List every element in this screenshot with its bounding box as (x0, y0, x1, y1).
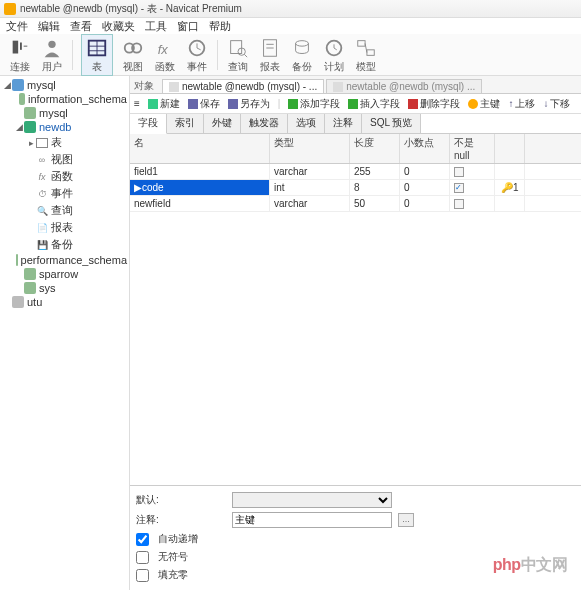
backup-icon (290, 36, 314, 60)
btn-saveas[interactable]: 另存为 (228, 97, 270, 111)
tb-event[interactable]: 事件 (185, 36, 209, 74)
tb-view[interactable]: 视图 (121, 36, 145, 74)
plug-icon (8, 36, 32, 60)
tb-table[interactable]: 表 (81, 34, 113, 76)
subtab-options[interactable]: 选项 (288, 114, 325, 133)
subtab-trigger[interactable]: 触发器 (241, 114, 288, 133)
tb-connect[interactable]: 连接 (8, 36, 32, 74)
btn-insfield[interactable]: 插入字段 (348, 97, 400, 111)
menu-tools[interactable]: 工具 (145, 19, 167, 34)
tree-funcs[interactable]: fx函数 (0, 168, 129, 185)
svg-rect-1 (20, 42, 22, 49)
designer-subtabs: 字段 索引 外键 触发器 选项 注释 SQL 预览 (130, 114, 581, 134)
view-icon (121, 36, 145, 60)
menu-file[interactable]: 文件 (6, 19, 28, 34)
event-icon (185, 36, 209, 60)
fx-icon: fx (153, 36, 177, 60)
btn-up[interactable]: ↑上移 (508, 97, 535, 111)
btn-save[interactable]: 保存 (188, 97, 220, 111)
model-icon (354, 36, 378, 60)
btn-delfield[interactable]: 删除字段 (408, 97, 460, 111)
menu-fav[interactable]: 收藏夹 (102, 19, 135, 34)
svg-rect-19 (358, 40, 365, 46)
btn-new[interactable]: 新建 (148, 97, 180, 111)
unsigned-checkbox[interactable] (136, 551, 149, 564)
subtab-sql[interactable]: SQL 预览 (362, 114, 421, 133)
tab-icon (333, 82, 343, 92)
btn-down[interactable]: ↓下移 (543, 97, 570, 111)
connection-tree[interactable]: ◢mysql information_schema mysql ◢newdb ▸… (0, 76, 130, 590)
autoinc-checkbox[interactable] (136, 533, 149, 546)
tree-queries[interactable]: 🔍查询 (0, 202, 129, 219)
btn-pkey[interactable]: 主键 (468, 97, 500, 111)
comment-input[interactable] (232, 512, 392, 528)
default-select[interactable] (232, 492, 392, 508)
tree-reports[interactable]: 📄报表 (0, 219, 129, 236)
tb-backup[interactable]: 备份 (290, 36, 314, 74)
svg-rect-11 (231, 40, 242, 53)
report-icon (258, 36, 282, 60)
ellipsis-button[interactable]: … (398, 513, 414, 527)
notnull-checkbox[interactable] (454, 167, 464, 177)
query-icon (226, 36, 250, 60)
table-icon (85, 36, 109, 60)
menu-edit[interactable]: 编辑 (38, 19, 60, 34)
tb-query[interactable]: 查询 (226, 36, 250, 74)
tree-schema[interactable]: sys (0, 281, 129, 295)
tab-active[interactable]: newtable @newdb (mysql) - ... (162, 79, 324, 93)
menu-icon[interactable]: ≡ (134, 98, 140, 109)
tb-schedule[interactable]: 计划 (322, 36, 346, 74)
field-grid-body[interactable]: field1 varchar 255 0 ▶code int 8 0 🔑1 ne… (130, 164, 581, 485)
tb-user[interactable]: 用户 (40, 36, 64, 74)
tab-inactive[interactable]: newtable @newdb (mysql) ... (326, 79, 482, 93)
table-row[interactable]: newfield varchar 50 0 (130, 196, 581, 212)
menu-help[interactable]: 帮助 (209, 19, 231, 34)
app-icon (4, 3, 16, 15)
tab-icon (169, 82, 179, 92)
tb-report[interactable]: 报表 (258, 36, 282, 74)
svg-rect-0 (13, 40, 19, 53)
menu-view[interactable]: 查看 (70, 19, 92, 34)
tree-conn-mysql[interactable]: ◢mysql (0, 78, 129, 92)
table-row[interactable]: field1 varchar 255 0 (130, 164, 581, 180)
svg-text:fx: fx (158, 41, 169, 56)
tree-schema-newdb[interactable]: ◢newdb (0, 120, 129, 134)
menu-window[interactable]: 窗口 (177, 19, 199, 34)
svg-point-17 (296, 40, 309, 46)
notnull-checkbox[interactable] (454, 199, 464, 209)
subtab-comment[interactable]: 注释 (325, 114, 362, 133)
designer-toolbar: ≡ 新建 保存 另存为 | 添加字段 插入字段 删除字段 主键 ↑上移 ↓下移 (130, 94, 581, 114)
svg-rect-20 (367, 49, 374, 55)
tree-schema[interactable]: performance_schema (0, 253, 129, 267)
zerofill-checkbox[interactable] (136, 569, 149, 582)
subtab-index[interactable]: 索引 (167, 114, 204, 133)
tree-tables[interactable]: ▸表 (0, 134, 129, 151)
window-title: newtable @newdb (mysql) - 表 - Navicat Pr… (20, 2, 242, 16)
tree-views[interactable]: ∞视图 (0, 151, 129, 168)
tree-schema[interactable]: sparrow (0, 267, 129, 281)
comment-label: 注释: (136, 513, 226, 527)
tree-backups[interactable]: 💾备份 (0, 236, 129, 253)
default-label: 默认: (136, 493, 226, 507)
main-toolbar: 连接 用户 表 视图 fx 函数 事件 查询 报表 备份 计划 模型 (0, 34, 581, 76)
btn-addfield[interactable]: 添加字段 (288, 97, 340, 111)
svg-line-21 (365, 43, 367, 52)
svg-point-2 (48, 40, 55, 47)
table-row-selected[interactable]: ▶code int 8 0 🔑1 (130, 180, 581, 196)
key-icon: 🔑 (501, 182, 513, 193)
objects-label[interactable]: 对象 (134, 79, 154, 93)
svg-line-13 (244, 54, 247, 57)
subtab-fields[interactable]: 字段 (130, 114, 167, 134)
tree-events[interactable]: ⏱事件 (0, 185, 129, 202)
subtab-fk[interactable]: 外键 (204, 114, 241, 133)
tree-schema[interactable]: information_schema (0, 92, 129, 106)
tree-conn-utu[interactable]: utu (0, 295, 129, 309)
clock-icon (322, 36, 346, 60)
tb-model[interactable]: 模型 (354, 36, 378, 74)
window-titlebar: newtable @newdb (mysql) - 表 - Navicat Pr… (0, 0, 581, 18)
menu-bar: 文件 编辑 查看 收藏夹 工具 窗口 帮助 (0, 18, 581, 34)
editor-tabs: 对象 newtable @newdb (mysql) - ... newtabl… (130, 76, 581, 94)
tb-fx[interactable]: fx 函数 (153, 36, 177, 74)
tree-schema[interactable]: mysql (0, 106, 129, 120)
notnull-checkbox[interactable] (454, 183, 464, 193)
